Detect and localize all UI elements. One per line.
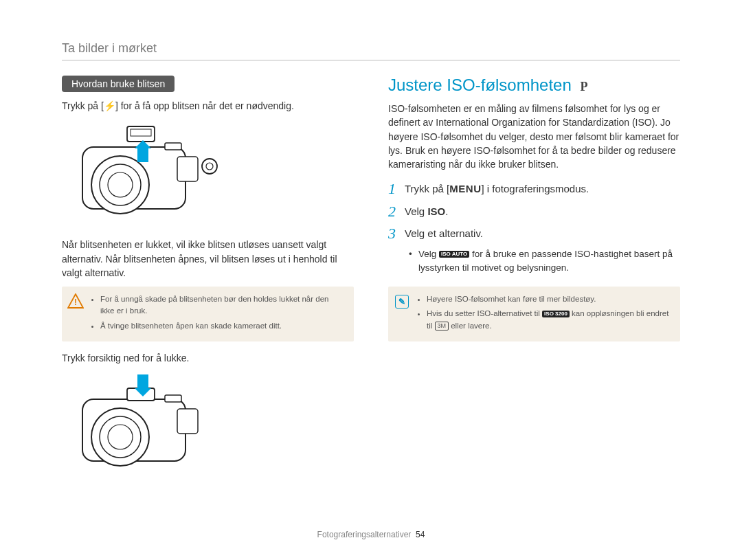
svg-rect-6	[165, 143, 181, 150]
iso-intro-text: ISO-følsomheten er en måling av filmens …	[388, 102, 680, 171]
page-footer: Fotograferingsalternativer 54	[0, 530, 742, 539]
iso-auto-sub-bullet: Velg ISO AUTO for å bruke en passende IS…	[409, 247, 680, 274]
iso-note-box: ✎ Høyere ISO-følsomhet kan føre til mer …	[388, 287, 680, 341]
flash-section-chip: Hvordan bruke blitsen	[62, 76, 175, 92]
step-1: 1 Trykk på [MENU] i fotograferingsmodus.	[388, 181, 680, 197]
resolution-3m-chip-icon: 3M	[435, 322, 449, 331]
iso-note-1: Høyere ISO-følsomhet kan føre til mer bi…	[427, 293, 671, 305]
flash-intro-text: Trykk på [⚡] for å få opp blitsen når de…	[62, 99, 354, 113]
menu-key-label: MENU	[449, 183, 481, 194]
flash-icon: ⚡	[104, 100, 115, 111]
svg-rect-17	[165, 395, 181, 402]
iso-note-2: Hvis du setter ISO-alternativet til ISO …	[427, 308, 671, 332]
left-column: Hvordan bruke blitsen Trykk på [⚡] for å…	[62, 76, 354, 490]
right-column: Justere ISO-følsomheten P ISO-følsomhete…	[388, 76, 680, 490]
warning-item-1: For å unngå skade på blitsenheten bør de…	[100, 293, 344, 317]
svg-point-9	[206, 163, 213, 170]
step1-b: ] i fotograferingsmodus.	[481, 183, 589, 194]
warning-note-box: ! For å unngå skade på blitsenheten bør …	[62, 287, 354, 341]
step-3: 3 Velg et alternativ.	[388, 225, 680, 242]
iso-auto-chip-icon: ISO AUTO	[439, 251, 469, 258]
warning-triangle-icon: !	[67, 293, 84, 309]
step2-a: Velg	[405, 205, 427, 217]
flash-closed-text: Når blitsenheten er lukket, vil ikke bli…	[62, 238, 354, 280]
camera-flash-open-illustration	[62, 120, 220, 229]
mode-p-badge: P	[580, 80, 587, 93]
step1-a: Trykk på [	[405, 183, 449, 194]
note2-a: Hvis du setter ISO-alternativet til	[427, 309, 542, 317]
iso-3200-chip-icon: ISO 3200	[542, 311, 570, 317]
flash-up-arrow-icon	[137, 147, 148, 162]
note2-c: eller lavere.	[449, 322, 492, 330]
page-section-header: Ta bilder i mørket	[62, 41, 680, 60]
step-number-2: 2	[388, 203, 405, 220]
iso-steps-list: 1 Trykk på [MENU] i fotograferingsmodus.…	[388, 181, 680, 242]
step3-text: Velg et alternativ.	[405, 225, 483, 239]
step-2: 2 Velg ISO.	[388, 203, 680, 220]
content-columns: Hvordan bruke blitsen Trykk på [⚡] for å…	[62, 76, 680, 490]
flash-down-arrow-icon	[137, 374, 148, 390]
step-number-3: 3	[388, 225, 405, 242]
svg-rect-18	[177, 409, 198, 434]
step2-iso-label: ISO	[427, 205, 445, 217]
warning-item-2: Å tvinge blitsenheten åpen kan skade kam…	[100, 320, 344, 332]
svg-point-3	[108, 172, 133, 197]
iso-section-title: Justere ISO-følsomheten P	[388, 76, 680, 95]
sub-a: Velg	[418, 249, 439, 259]
intro-part-b: ] for å få opp blitsen når det er nødven…	[115, 100, 294, 111]
footer-section-label: Fotograferingsalternativer	[317, 530, 412, 539]
footer-page-number: 54	[416, 530, 425, 539]
step2-c: .	[445, 205, 448, 217]
svg-point-15	[108, 425, 133, 449]
step-number-1: 1	[388, 181, 405, 197]
camera-flash-close-illustration	[62, 372, 220, 482]
note-info-icon: ✎	[395, 295, 409, 309]
svg-text:!: !	[74, 298, 77, 307]
iso-title-text: Justere ISO-følsomheten	[388, 76, 572, 94]
svg-rect-5	[131, 129, 151, 136]
flash-close-instruction: Trykk forsiktig ned for å lukke.	[62, 351, 354, 365]
intro-part-a: Trykk på [	[62, 100, 104, 111]
svg-rect-7	[177, 157, 198, 181]
